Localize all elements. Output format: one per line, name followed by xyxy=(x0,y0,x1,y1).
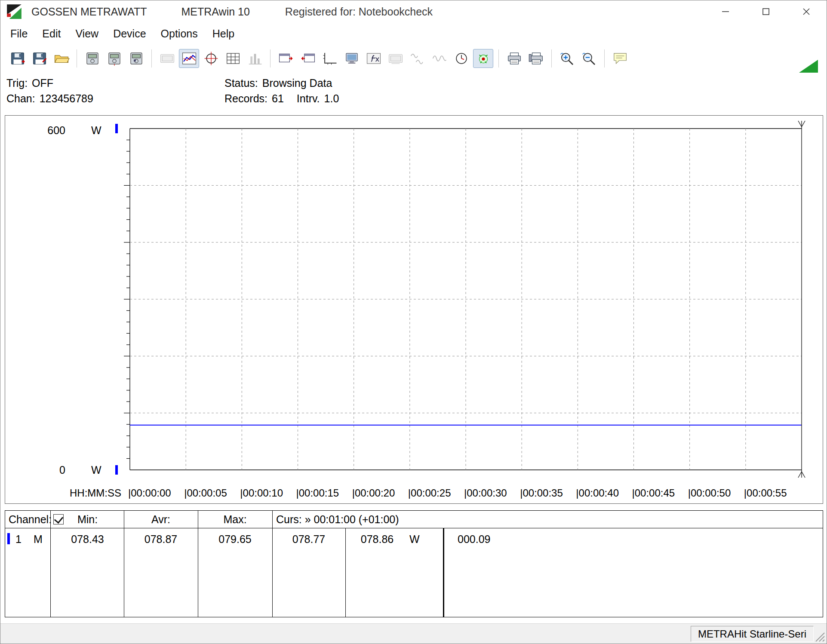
app-logo-icon xyxy=(6,4,22,19)
records-label: Records: xyxy=(224,92,267,104)
scale-settings-icon[interactable] xyxy=(320,49,340,68)
title-registered: Registered for: Notebookcheck xyxy=(285,6,433,18)
chart-plot[interactable] xyxy=(5,116,823,503)
chan-value: 123456789 xyxy=(40,92,93,104)
cursor-crosshair-icon[interactable] xyxy=(201,49,221,68)
x-axis-labels: HH:MM:SS |00:00:00|00:00:05|00:00:10|00:… xyxy=(5,487,823,502)
value-unit: W xyxy=(409,533,420,546)
table-header-avr: Avr: xyxy=(124,513,198,526)
menu-item-file[interactable]: File xyxy=(3,25,35,43)
value-delta: 000.09 xyxy=(458,533,490,546)
interval-label: Intrv. xyxy=(297,92,320,104)
x-axis-unit-label: HH:MM:SS xyxy=(70,487,121,499)
trigger-status: Trig:OFF xyxy=(6,77,53,89)
toolbar-separator xyxy=(498,49,499,67)
print-copy-icon[interactable] xyxy=(526,49,546,68)
y-axis-min-label: 0 xyxy=(40,464,65,476)
status-bar: METRAHit Starline-Seri xyxy=(0,623,827,644)
statistics-table: Channel: Min: Avr: Max: Curs: » 00:01:00… xyxy=(5,510,823,617)
device-store-icon[interactable] xyxy=(82,49,102,68)
table-column-divider xyxy=(50,511,51,617)
records-status: Records:61Intrv.1.0 xyxy=(224,92,339,105)
status-label: Status: xyxy=(224,77,258,89)
table-header-min: Min: xyxy=(51,513,124,526)
device-read-icon[interactable] xyxy=(104,49,124,68)
info-panel: Trig:OFF Chan:123456789 Status:Browsing … xyxy=(6,77,821,113)
menu-item-device[interactable]: Device xyxy=(106,25,153,43)
formula-icon[interactable] xyxy=(363,49,384,68)
x-tick-label: |00:00:25 xyxy=(408,487,451,499)
device-memory-icon[interactable] xyxy=(126,49,146,68)
menu-item-edit[interactable]: Edit xyxy=(35,25,68,43)
save-as-icon[interactable] xyxy=(29,49,49,68)
menu-item-options[interactable]: Options xyxy=(154,25,205,43)
toolbar-separator xyxy=(270,49,271,67)
menu-item-view[interactable]: View xyxy=(68,25,106,43)
x-tick-label: |00:00:45 xyxy=(632,487,675,499)
open-file-icon[interactable] xyxy=(51,49,71,68)
maximize-icon xyxy=(761,7,771,16)
menu-item-help[interactable]: Help xyxy=(205,25,242,43)
y-axis-unit-bottom: W xyxy=(91,464,101,476)
x-tick-label: |00:00:55 xyxy=(744,487,787,499)
print-icon[interactable] xyxy=(504,49,524,68)
toolbar-separator xyxy=(77,49,77,67)
alarm-icon[interactable] xyxy=(473,49,493,68)
value-avr: 078.87 xyxy=(124,533,198,546)
value-cursor-b: 078.86 xyxy=(349,533,405,546)
toolbar-separator xyxy=(151,49,152,67)
value-min: 078.43 xyxy=(51,533,124,546)
app-window: GOSSEN METRAWATT METRAwin 10 Registered … xyxy=(0,0,827,644)
device-name: METRAHit Starline-Seri xyxy=(698,628,806,640)
table-header-divider xyxy=(5,528,823,528)
bar-graph-icon xyxy=(245,49,265,68)
channel-number: 1 xyxy=(15,533,22,546)
waveform-icon xyxy=(429,49,449,68)
channel-mode: M xyxy=(34,533,43,546)
interval-value: 1.0 xyxy=(324,92,339,104)
maximize-button[interactable] xyxy=(746,0,786,23)
menu-bar: FileEditViewDeviceOptionsHelp xyxy=(0,23,827,44)
y-axis-unit-top: W xyxy=(91,124,101,137)
trig-value: OFF xyxy=(32,77,53,89)
table-column-divider xyxy=(345,528,346,617)
table-header-channel: Channel: xyxy=(9,513,52,526)
x-tick-label: |00:00:30 xyxy=(464,487,507,499)
trig-label: Trig: xyxy=(6,77,28,89)
x-tick-label: |00:00:15 xyxy=(296,487,339,499)
toolbar xyxy=(0,44,827,73)
zoom-out-icon[interactable] xyxy=(579,49,599,68)
chart-region[interactable]: 600 W 0 W HH:MM:SS |00:00:00|00:00:05|00… xyxy=(5,115,823,504)
table-header-cursor: Curs: » 00:01:00 (+01:00) xyxy=(276,513,399,526)
table-view-icon[interactable] xyxy=(223,49,243,68)
window-export-icon[interactable] xyxy=(276,49,296,68)
channel-status: Chan:123456789 xyxy=(6,92,93,105)
close-button[interactable] xyxy=(786,0,827,23)
chart-view-icon[interactable] xyxy=(179,49,199,68)
clock-icon[interactable] xyxy=(451,49,471,68)
resize-grip-icon[interactable] xyxy=(814,631,825,642)
zoom-in-icon[interactable] xyxy=(557,49,577,68)
display-values-icon xyxy=(157,49,177,68)
comment-icon[interactable] xyxy=(610,49,630,68)
table-column-divider-thick xyxy=(443,528,444,617)
minimize-button[interactable] xyxy=(705,0,746,23)
window-device-icon[interactable] xyxy=(298,49,318,68)
minimize-icon xyxy=(721,7,730,16)
table-header-max: Max: xyxy=(198,513,272,526)
title-app-name: METRAwin 10 xyxy=(181,6,250,18)
table-column-divider xyxy=(198,511,198,617)
browse-status: Status:Browsing Data xyxy=(224,77,332,89)
table-column-divider xyxy=(272,511,273,617)
save-icon[interactable] xyxy=(7,49,28,68)
x-tick-label: |00:00:20 xyxy=(352,487,395,499)
value-cursor-a: 078.77 xyxy=(272,533,345,546)
monitor-view-icon[interactable] xyxy=(341,49,362,68)
records-value: 61 xyxy=(272,92,284,104)
x-tick-label: |00:00:35 xyxy=(520,487,563,499)
channel-color-marker xyxy=(7,533,10,544)
value-max: 079.65 xyxy=(198,533,272,546)
device-status-box: METRAHit Starline-Seri xyxy=(691,626,814,642)
x-tick-label: |00:00:05 xyxy=(184,487,227,499)
title-vendor: GOSSEN METRAWATT xyxy=(31,6,147,18)
